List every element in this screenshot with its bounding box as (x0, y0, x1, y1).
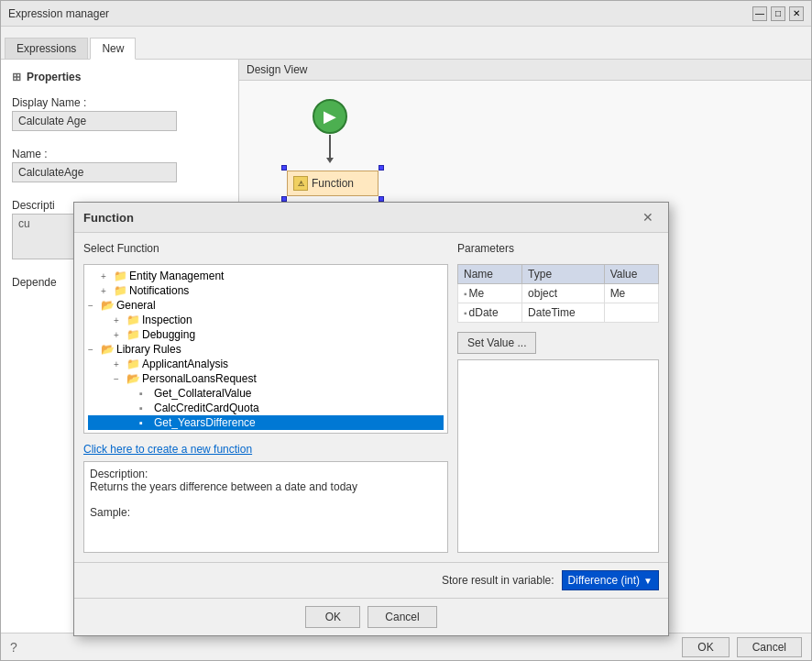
modal-footer: OK Cancel (74, 598, 668, 635)
tree-item-get-collateral[interactable]: ▪ Get_CollateralValue (88, 386, 444, 401)
tree-label: Inspection (142, 314, 192, 326)
param-name-me: ▪Me (458, 284, 522, 303)
file-icon: ▪ (139, 388, 152, 399)
expand-icon: − (88, 345, 99, 355)
folder-icon: 📁 (126, 358, 140, 370)
folder-icon: 📁 (126, 314, 140, 326)
col-header-value: Value (604, 265, 658, 284)
folder-open-icon: 📂 (101, 343, 115, 356)
folder-icon: 📁 (114, 270, 127, 282)
expand-icon: − (114, 374, 125, 384)
param-value-me: Me (604, 284, 658, 303)
modal-title-bar: Function ✕ (74, 203, 668, 233)
description-text: Description: Returns the years differenc… (90, 468, 442, 519)
tree-item-get-years-difference[interactable]: ▪ Get_YearsDifference (88, 415, 444, 430)
folder-open-icon: 📂 (126, 372, 140, 385)
function-modal: Function ✕ Select Function + 📁 Entity Ma… (73, 202, 669, 636)
expand-icon: + (101, 286, 112, 296)
expand-icon: − (88, 301, 99, 311)
set-value-button[interactable]: Set Value ... (457, 332, 536, 354)
col-header-name: Name (458, 265, 522, 284)
modal-right-column: Parameters Name Type Value ▪Me (457, 242, 659, 553)
new-function-link[interactable]: Click here to create a new function (83, 443, 448, 456)
tree-item-general[interactable]: − 📂 General (88, 298, 444, 313)
file-icon: ▪ (139, 432, 152, 434)
expand-icon: + (114, 359, 125, 369)
row-icon: ▪ (464, 308, 467, 318)
modal-body: Select Function + 📁 Entity Management + … (74, 233, 668, 562)
param-type-object: object (522, 284, 605, 303)
expand-icon: + (114, 330, 125, 340)
tree-label: General (116, 299, 156, 312)
store-result-row: Store result in variable: Difference (in… (74, 562, 668, 598)
store-result-label: Store result in variable: (442, 574, 554, 587)
tree-label: Entity Management (129, 270, 224, 282)
tree-label: PersonalLoansRequest (142, 372, 257, 385)
expand-icon: + (114, 315, 125, 325)
tree-label: Notifications (129, 284, 189, 297)
tree-label: Get_CollateralValue (154, 387, 252, 400)
tree-item-library-rules[interactable]: − 📂 Library Rules (88, 342, 444, 357)
table-row: ▪Me object Me (458, 284, 659, 303)
parameters-label: Parameters (457, 242, 659, 255)
expand-icon: + (101, 271, 112, 281)
tree-item-debugging[interactable]: + 📁 Debugging (88, 327, 444, 342)
table-row: ▪dDate DateTime (458, 303, 659, 323)
tree-item-entity-management[interactable]: + 📁 Entity Management (88, 269, 444, 283)
col-header-type: Type (522, 265, 605, 284)
tree-label: Debugging (142, 328, 195, 341)
tree-item-throw-validation[interactable]: ▪ ThrowValidationErrorMessag (88, 430, 444, 434)
tree-item-calc-credit[interactable]: ▪ CalcCreditCardQuota (88, 401, 444, 415)
param-name-ddate: ▪dDate (458, 303, 522, 323)
description-box: Description: Returns the years differenc… (83, 461, 448, 553)
modal-title: Function (83, 211, 134, 225)
tree-item-applicant-analysis[interactable]: + 📁 ApplicantAnalysis (88, 357, 444, 371)
store-result-dropdown[interactable]: Difference (int) ▼ (562, 570, 659, 590)
function-tree[interactable]: + 📁 Entity Management + 📁 Notifications … (83, 264, 448, 434)
dropdown-arrow-icon: ▼ (643, 576, 653, 586)
tree-label: Library Rules (116, 343, 181, 356)
tree-label: Get_YearsDifference (154, 416, 256, 429)
tree-item-inspection[interactable]: + 📁 Inspection (88, 313, 444, 327)
tree-label: CalcCreditCardQuota (154, 402, 259, 414)
right-text-area[interactable] (457, 359, 659, 553)
modal-cancel-button[interactable]: Cancel (368, 606, 436, 628)
modal-ok-button[interactable]: OK (305, 606, 360, 628)
modal-left-column: Select Function + 📁 Entity Management + … (83, 242, 448, 553)
select-function-label: Select Function (83, 242, 448, 255)
tree-label: ThrowValidationErrorMessag (154, 431, 295, 434)
folder-open-icon: 📂 (101, 299, 115, 312)
row-icon: ▪ (464, 289, 467, 299)
file-icon: ▪ (139, 417, 152, 428)
store-result-value: Difference (int) (568, 574, 640, 587)
tree-label: ApplicantAnalysis (142, 358, 228, 370)
folder-icon: 📁 (126, 328, 140, 341)
tree-item-notifications[interactable]: + 📁 Notifications (88, 283, 444, 298)
modal-close-button[interactable]: ✕ (637, 208, 659, 226)
file-icon: ▪ (139, 402, 152, 413)
modal-overlay: Function ✕ Select Function + 📁 Entity Ma… (0, 0, 812, 661)
folder-icon: 📁 (114, 284, 127, 297)
param-type-datetime: DateTime (522, 303, 605, 323)
param-value-ddate (604, 303, 658, 323)
parameters-table: Name Type Value ▪Me object Me (457, 264, 659, 323)
tree-item-personal-loans[interactable]: − 📂 PersonalLoansRequest (88, 371, 444, 386)
